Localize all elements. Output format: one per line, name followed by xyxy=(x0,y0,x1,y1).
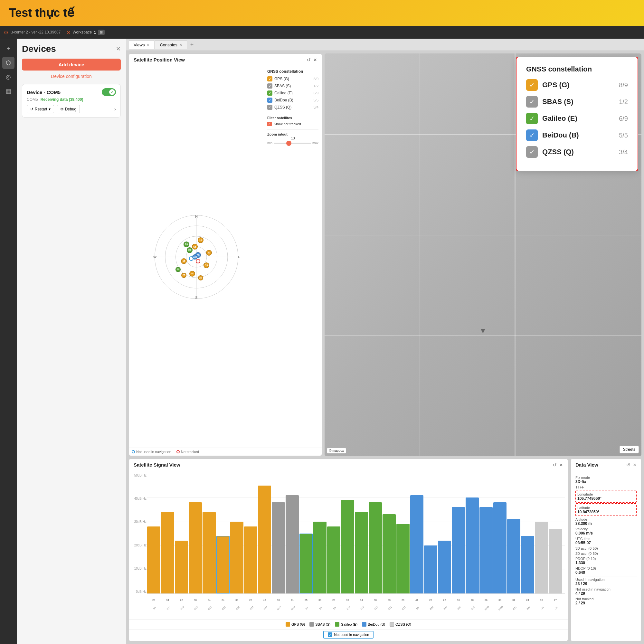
zoom-thumb xyxy=(286,141,291,146)
bar-B39b xyxy=(493,502,507,593)
data-view-title: Data View xyxy=(575,462,598,468)
settings-icon-btn[interactable]: ◎ xyxy=(2,71,14,83)
gnss-galileo-item: ✓ Galileo (E) 6/9 xyxy=(267,90,318,96)
bar-Q4 xyxy=(549,529,562,593)
sat-position-refresh-icon[interactable]: ↺ xyxy=(307,57,311,62)
workspace-num: 1 xyxy=(94,30,96,35)
field-2dacc: 2D acc. (0-50) xyxy=(575,552,637,555)
x-label-B39: B39 xyxy=(440,603,451,614)
db-label-G12: 22 xyxy=(175,599,188,601)
devices-close-btn[interactable]: ✕ xyxy=(116,45,121,52)
icon-sidebar: + ⬡ ◎ ▦ xyxy=(0,39,17,644)
add-device-button[interactable]: Add device xyxy=(22,59,121,71)
x-label-B5: B5 xyxy=(412,603,423,614)
compass-north: N xyxy=(195,214,198,218)
gnss-popup-galileo-check: ✓ xyxy=(526,113,538,124)
bar-G20 xyxy=(230,522,243,593)
gnss-gps-count: 8/9 xyxy=(314,77,318,81)
db-label-B39b: 38 xyxy=(493,599,507,601)
zoom-min-label: min xyxy=(267,141,272,145)
map-road-3 xyxy=(325,335,641,336)
device-item: Device - COM5 COM5 Receiving data (38,40… xyxy=(22,84,121,118)
filter-not-tracked-label: Show not tracked xyxy=(274,122,301,126)
upper-row: Satellite Position View ↺ ✕ xyxy=(126,51,644,457)
bar-E31 xyxy=(383,514,396,593)
x-label-Q3: Q3 xyxy=(537,603,548,614)
bar-B40 xyxy=(466,497,479,593)
bar-G23 xyxy=(244,526,257,593)
map-style-button[interactable]: Streets xyxy=(620,446,639,453)
chip-icon-btn[interactable]: ⬡ xyxy=(2,57,14,69)
mapbox-logo: © mapbox xyxy=(327,448,346,453)
db-label-G29: 45 xyxy=(258,599,271,601)
x-label-G11: G11 xyxy=(163,603,174,614)
bar-E33 xyxy=(396,524,410,593)
workspace-area: ⊙ Workspace 1 ⊞ xyxy=(66,29,105,35)
device-expand-btn[interactable]: › xyxy=(114,106,116,112)
db-label-E33: 29 xyxy=(396,599,410,601)
sat-position-actions: ↺ ✕ xyxy=(307,57,317,62)
filter-check-icon[interactable]: ✓ xyxy=(267,122,272,126)
tab-add-btn[interactable]: + xyxy=(188,40,196,49)
signal-chart-wrapper: 50dB·Hz 40dB·Hz 30dB·Hz 20dB·Hz 10dB·Hz … xyxy=(129,471,568,619)
signal-x-labels: G5G11G12G13G15G18G20G23G29S127S128E4E6E9… xyxy=(147,607,565,610)
gnss-popup-qzss-count: 3/4 xyxy=(619,148,628,156)
main-layout: + ⬡ ◎ ▦ Devices ✕ Add device Device conf… xyxy=(0,39,644,644)
header: Test thực tế xyxy=(0,0,644,26)
db-label-G15: 34 xyxy=(203,599,216,601)
gnss-popup-sbas-label: SBAS (S) xyxy=(542,98,614,106)
gnss-popup-beidou-label: BeiDou (B) xyxy=(542,131,614,139)
gnss-galileo-count: 6/9 xyxy=(314,91,318,95)
tab-views-close[interactable]: ✕ xyxy=(147,43,149,47)
zoom-slider[interactable] xyxy=(274,143,311,144)
app-topbar: ⊙ u-center 2 - ver -22.10.39687 ⊙ Worksp… xyxy=(0,26,644,39)
field-longitude: Longitude 106.7748660° xyxy=(575,490,637,503)
data-view-header: Data View ↺ ✕ xyxy=(571,459,641,471)
device-toggle[interactable] xyxy=(102,88,116,96)
x-label-B36: B36 xyxy=(454,603,465,614)
sat-signal-close-icon[interactable]: ✕ xyxy=(559,462,563,468)
sat-position-close-icon[interactable]: ✕ xyxy=(313,57,317,62)
add-icon-btn[interactable]: + xyxy=(2,43,14,55)
gnss-popup-qzss-check: ✓ xyxy=(526,146,538,158)
x-label-E4: E4 xyxy=(301,603,312,614)
tab-views[interactable]: Views ✕ xyxy=(129,40,154,49)
gnss-popup-galileo: ✓ Galileo (E) 6/9 xyxy=(526,113,628,124)
data-view-close-icon[interactable]: ✕ xyxy=(633,462,637,468)
field-altitude: Altitude 38.300 m xyxy=(575,517,637,526)
restart-button[interactable]: ↺ Restart ▾ xyxy=(27,105,54,113)
db-label-E12: 34 xyxy=(355,599,368,601)
main-content: Views ✕ Consoles ✕ + Satellite Position … xyxy=(126,39,644,644)
field-hdop-value: 0.640 xyxy=(575,570,637,575)
header-title: Test thực tế xyxy=(9,6,74,20)
data-view-refresh-icon[interactable]: ↺ xyxy=(626,462,630,468)
sat-g23: 23 xyxy=(181,273,186,278)
device-config-link[interactable]: Device configuration xyxy=(22,74,121,79)
db-label-G23: 28 xyxy=(244,599,257,601)
x-label-G12: G12 xyxy=(177,603,188,614)
tab-consoles[interactable]: Consoles ✕ xyxy=(155,40,187,49)
field-latitude-label: Latitude xyxy=(577,506,635,510)
tab-consoles-close[interactable]: ✕ xyxy=(179,43,182,47)
briefcase-icon-btn[interactable]: ▦ xyxy=(2,85,14,97)
zoom-slider-container: min max xyxy=(267,141,318,145)
x-label-B36b: B36b xyxy=(481,603,492,614)
field-utc-label: UTC time xyxy=(575,537,637,541)
debug-button[interactable]: ⚙ Debug xyxy=(57,105,80,113)
db-label-B36: 36 xyxy=(452,599,465,601)
x-label-B31: B31 xyxy=(509,603,520,614)
db-label-Q3: 30 xyxy=(535,599,548,601)
gnss-popup-gps-count: 8/9 xyxy=(619,81,628,89)
map-road-4 xyxy=(420,53,420,456)
sat-signal-refresh-icon[interactable]: ↺ xyxy=(553,462,557,468)
lower-row: Satellite Signal View ↺ ✕ 50dB·Hz 40dB·H… xyxy=(126,457,644,644)
bar-G11 xyxy=(161,512,174,593)
db-label-Q4: 27 xyxy=(549,599,562,601)
field-latitude: Latitude 10.8472850° xyxy=(575,503,637,516)
sat-signal-panel: Satellite Signal View ↺ ✕ 50dB·Hz 40dB·H… xyxy=(129,459,568,641)
gnss-popup-galileo-label: Galileo (E) xyxy=(542,114,614,123)
signal-legend: GPS (G) SBAS (S) Galileo (E) BeiDou (B) xyxy=(129,619,568,629)
bar-B22 xyxy=(424,545,437,593)
workspace-icon-btn[interactable]: ⊞ xyxy=(98,30,105,35)
field-fix-mode-value: 3D-fix xyxy=(575,479,637,484)
